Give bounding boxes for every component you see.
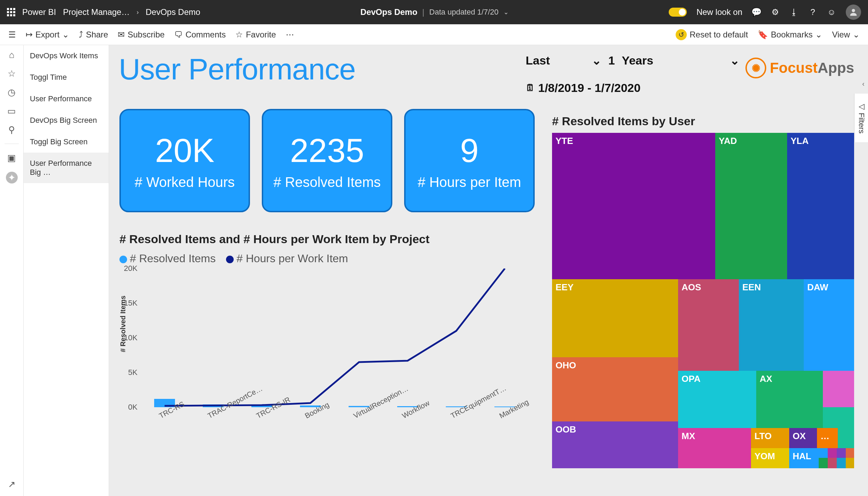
report-toolbar: ☰ ↦ Export ⌄ ⤴ Share ✉ Subscribe 🗨 Comme… bbox=[0, 24, 868, 45]
expand-filters-chevron-icon[interactable]: ‹ bbox=[862, 80, 865, 88]
treemap-tile[interactable] bbox=[828, 458, 837, 468]
slicer-number[interactable]: 1 bbox=[608, 54, 615, 67]
chevron-down-icon[interactable]: ⌄ bbox=[503, 8, 509, 16]
app-name[interactable]: Power BI bbox=[22, 7, 56, 17]
favorites-icon[interactable]: ☆ bbox=[7, 69, 17, 78]
brand-logo: ✺ FocustApps bbox=[745, 58, 854, 78]
combo-chart-legend: # Resolved Items # Hours per Work Item bbox=[119, 252, 534, 265]
page-tab[interactable]: DevOps Work Items bbox=[24, 45, 109, 67]
treemap-tile[interactable] bbox=[828, 448, 837, 458]
kpi-card[interactable]: 20K# Worked Hours bbox=[119, 109, 250, 212]
feedback-icon[interactable]: ☺ bbox=[827, 8, 836, 17]
reset-button[interactable]: ↺Reset to default bbox=[676, 29, 748, 40]
workspace-badge-icon[interactable]: ✦ bbox=[6, 172, 18, 183]
page-tab[interactable]: User Performance bbox=[24, 88, 109, 110]
shared-icon[interactable]: ⚲ bbox=[7, 125, 17, 135]
kpi-card[interactable]: 2235# Resolved Items bbox=[262, 109, 392, 212]
view-button[interactable]: View ⌄ bbox=[832, 30, 860, 40]
comments-button[interactable]: 🗨 Comments bbox=[174, 30, 226, 40]
page-tab[interactable]: Toggl Big Screen bbox=[24, 131, 109, 153]
app-header: Power BI Project Manage… › DevOps Demo D… bbox=[0, 0, 868, 24]
workspaces-icon[interactable]: ▣ bbox=[7, 153, 17, 163]
kpi-label: # Worked Hours bbox=[135, 174, 235, 190]
treemap-tile[interactable] bbox=[823, 371, 838, 407]
treemap-tile[interactable] bbox=[837, 458, 846, 468]
new-look-label: New look on bbox=[696, 7, 742, 17]
hamburger-icon[interactable]: ☰ bbox=[8, 30, 16, 40]
treemap-tile[interactable] bbox=[823, 407, 854, 428]
combo-chart[interactable]: # Resolved Items and # Hours per Work It… bbox=[119, 232, 534, 433]
treemap-visual[interactable]: # Resolved Items by User YTEYADYLAEEYOHO… bbox=[552, 114, 854, 468]
treemap-tile[interactable]: YLA bbox=[787, 133, 854, 279]
y-tick: 5K bbox=[128, 368, 137, 377]
treemap-tile[interactable]: OPA bbox=[678, 371, 756, 428]
treemap-tile[interactable]: OX bbox=[789, 428, 817, 448]
kpi-value: 9 bbox=[460, 131, 478, 170]
gear-icon: ✺ bbox=[745, 58, 766, 78]
page-tab[interactable]: User Performance Big … bbox=[24, 153, 109, 183]
app-launcher-icon[interactable] bbox=[7, 8, 15, 16]
left-rail: ⌂ ☆ ◷ ▭ ⚲ ▣ ✦ ↗ bbox=[0, 45, 24, 496]
treemap-tile[interactable]: OHO bbox=[552, 357, 678, 421]
share-button[interactable]: ⤴ Share bbox=[79, 30, 108, 40]
treemap-tile[interactable]: OOB bbox=[552, 421, 678, 468]
y-tick: 0K bbox=[128, 403, 137, 412]
new-look-toggle[interactable] bbox=[669, 8, 687, 17]
treemap-tile[interactable]: LTO bbox=[751, 428, 789, 448]
treemap-tile[interactable]: YAD bbox=[715, 133, 787, 279]
treemap-tile[interactable]: AX bbox=[756, 371, 823, 428]
treemap-tile[interactable]: DAW bbox=[804, 279, 854, 371]
page-tab[interactable]: Toggl Time bbox=[24, 67, 109, 88]
export-data-icon[interactable]: ↗ bbox=[7, 479, 17, 489]
svg-point-0 bbox=[852, 9, 855, 12]
treemap-tile[interactable] bbox=[838, 371, 854, 407]
combo-chart-title: # Resolved Items and # Hours per Work It… bbox=[119, 232, 534, 246]
help-icon[interactable]: ? bbox=[808, 8, 817, 17]
apps-icon[interactable]: ▭ bbox=[7, 106, 17, 116]
more-button[interactable]: ⋯ bbox=[286, 30, 294, 40]
treemap-tile[interactable]: AOS bbox=[678, 279, 739, 371]
treemap-tile[interactable] bbox=[846, 458, 854, 468]
treemap-tile[interactable] bbox=[846, 448, 854, 458]
treemap-tile[interactable]: EEN bbox=[739, 279, 804, 371]
treemap-tile[interactable]: EEY bbox=[552, 279, 678, 357]
slicer-unit[interactable]: Years⌄ bbox=[622, 53, 740, 67]
report-breadcrumb[interactable]: DevOps Demo bbox=[145, 7, 200, 17]
home-icon[interactable]: ⌂ bbox=[7, 50, 17, 60]
treemap-tile[interactable]: YTE bbox=[552, 133, 715, 279]
y-tick: 20K bbox=[124, 264, 137, 273]
date-range: 🗓 1/8/2019 - 1/7/2020 bbox=[526, 81, 641, 95]
treemap-tile[interactable]: … bbox=[817, 428, 838, 448]
filters-pane-tab[interactable]: ◁ Filters bbox=[854, 94, 868, 142]
report-canvas: User Performance Last⌄ 1 Years⌄ 🗓 1/8/20… bbox=[109, 45, 868, 496]
favorite-button[interactable]: ☆ Favorite bbox=[235, 30, 276, 40]
treemap-tile[interactable] bbox=[819, 448, 828, 458]
report-title-center: DevOps Demo bbox=[360, 7, 417, 17]
treemap-tile[interactable]: YOM bbox=[751, 448, 789, 468]
workspace-breadcrumb[interactable]: Project Manage… bbox=[63, 7, 130, 17]
treemap-tile[interactable] bbox=[819, 458, 828, 468]
bookmarks-button[interactable]: 🔖 Bookmarks ⌄ bbox=[758, 30, 822, 40]
download-icon[interactable]: ⭳ bbox=[790, 8, 799, 17]
kpi-value: 20K bbox=[155, 131, 215, 170]
user-avatar[interactable] bbox=[846, 5, 861, 20]
calendar-icon: 🗓 bbox=[526, 83, 535, 93]
pages-pane: DevOps Work ItemsToggl TimeUser Performa… bbox=[24, 45, 109, 496]
export-button[interactable]: ↦ Export ⌄ bbox=[26, 30, 69, 40]
subscribe-button[interactable]: ✉ Subscribe bbox=[118, 30, 165, 40]
treemap-title: # Resolved Items by User bbox=[552, 114, 854, 128]
treemap-tile[interactable] bbox=[838, 428, 854, 448]
treemap-tile[interactable] bbox=[837, 448, 846, 458]
recent-icon[interactable]: ◷ bbox=[7, 87, 17, 97]
combo-plot bbox=[140, 268, 529, 407]
settings-icon[interactable]: ⚙ bbox=[771, 8, 780, 17]
data-updated-label[interactable]: Data updated 1/7/20 bbox=[429, 8, 498, 17]
slicer-relative[interactable]: Last⌄ bbox=[526, 53, 601, 67]
page-tab[interactable]: DevOps Big Screen bbox=[24, 110, 109, 131]
kpi-value: 2235 bbox=[290, 131, 364, 170]
chat-icon[interactable]: 💬 bbox=[752, 8, 761, 17]
treemap-tile[interactable]: MX bbox=[678, 428, 751, 468]
treemap-tile[interactable]: HAL bbox=[789, 448, 819, 468]
kpi-label: # Resolved Items bbox=[273, 174, 381, 190]
kpi-card[interactable]: 9# Hours per Item bbox=[404, 109, 535, 212]
